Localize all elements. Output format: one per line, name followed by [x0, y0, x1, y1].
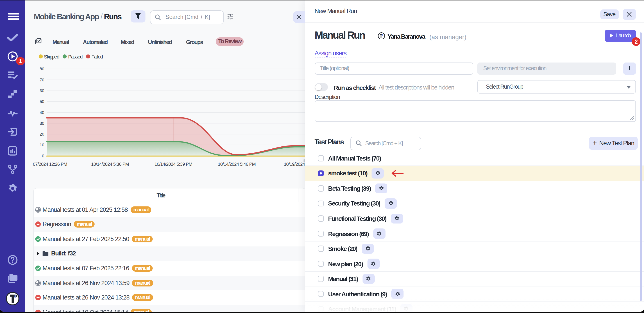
svg-text:10: 10: [40, 143, 44, 147]
svg-text:40: 40: [40, 110, 44, 115]
svg-text:70: 70: [40, 78, 44, 82]
svg-text:0: 0: [42, 154, 44, 158]
svg-text:60: 60: [40, 88, 44, 93]
svg-text:10/19/2024: 10/19/2024: [284, 162, 305, 167]
svg-text:07/2024 12:26 PM: 07/2024 12:26 PM: [33, 162, 67, 167]
svg-text:50: 50: [40, 99, 44, 104]
svg-text:10/14/2024 5:39 PM: 10/14/2024 5:39 PM: [154, 162, 192, 167]
svg-text:80: 80: [40, 67, 44, 71]
svg-text:10/14/2024 5:36 PM: 10/14/2024 5:36 PM: [91, 162, 129, 167]
svg-text:10/14/2024 5:46 PM: 10/14/2024 5:46 PM: [218, 162, 256, 167]
svg-text:20: 20: [40, 132, 44, 137]
svg-text:30: 30: [40, 121, 44, 126]
